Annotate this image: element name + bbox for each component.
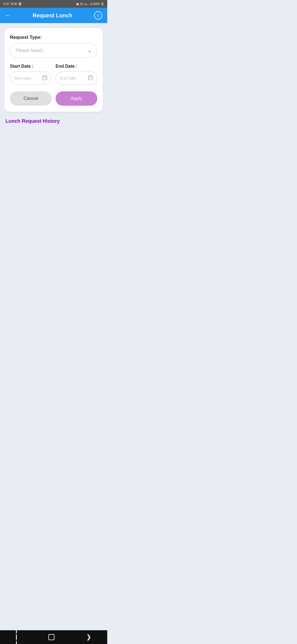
back-button[interactable]: ← [5,12,11,19]
apply-button[interactable]: Apply [56,91,97,106]
status-photo-icon: 🖼 [18,2,21,6]
start-date-label: Start Date : [10,64,52,69]
svg-rect-4 [89,76,93,80]
status-bar-left: 3:37 M M 🖼 [3,2,21,6]
date-row: Start Date : Start Date End Date : [10,64,97,85]
signal-icons: 5G ▲↓ .ıll [80,2,92,6]
request-type-dropdown[interactable]: Please Select.. ⌄ [10,43,97,58]
page-title: Request Lunch [33,12,72,19]
request-type-label: Request Type: [10,35,97,40]
battery-level: 100% [93,2,100,6]
start-date-input[interactable]: Start Date [10,72,52,85]
alarm-icon: ⏰ [76,2,79,6]
start-date-placeholder: Start Date [14,76,31,80]
start-calendar-icon [42,75,48,82]
request-type-placeholder: Please Select.. [16,48,45,53]
cancel-button[interactable]: Cancel [10,91,52,106]
end-date-placeholder: End Date [60,76,76,80]
chevron-down-icon: ⌄ [87,48,92,54]
end-calendar-icon [88,75,93,82]
status-time: 3:37 [3,2,9,6]
battery-icon: 🔋 [101,2,104,6]
info-button[interactable]: i [94,11,102,20]
end-date-label: End Date : [56,64,97,69]
status-carrier: M M [11,2,16,6]
app-header: ← Request Lunch i [0,8,107,23]
history-title: Lunch Request History [4,117,103,127]
status-bar: 3:37 M M 🖼 ⏰ 5G ▲↓ .ıll 100% 🔋 [0,0,107,8]
button-row: Cancel Apply [10,91,97,106]
end-date-group: End Date : End Date [56,64,97,85]
status-bar-right: ⏰ 5G ▲↓ .ıll 100% 🔋 [76,2,104,6]
start-date-group: Start Date : Start Date [10,64,52,85]
main-content: Request Type: Please Select.. ⌄ Start Da… [0,23,107,219]
form-card: Request Type: Please Select.. ⌄ Start Da… [4,28,103,112]
svg-rect-0 [43,76,47,80]
end-date-input[interactable]: End Date [56,72,97,85]
